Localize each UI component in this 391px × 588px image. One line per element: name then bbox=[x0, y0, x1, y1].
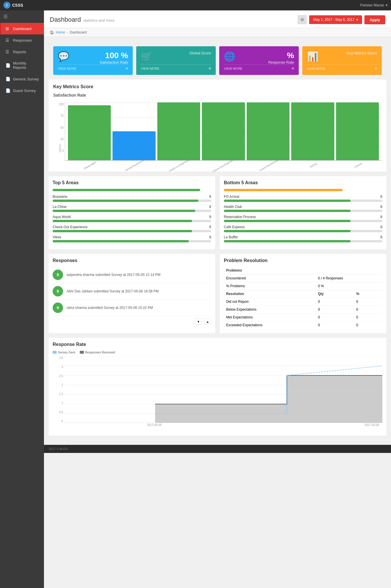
top5-bar-4 bbox=[53, 240, 189, 242]
bar-checkin bbox=[157, 102, 200, 160]
bottom5-bar-3 bbox=[224, 230, 351, 232]
key-metrics-footer-icon: ⊕ bbox=[375, 67, 377, 70]
global-label: Global Score bbox=[189, 51, 211, 55]
stat-card-response-rate: 🌐 % Response Rate VIEW MORE ⊕ bbox=[219, 46, 299, 75]
content-body: 💬 100 % Satisfaction Rate VIEW MORE ⊕ 🛒 bbox=[44, 37, 391, 445]
date-picker-button[interactable]: May 1, 2017 - May 6, 2017 ▾ bbox=[309, 15, 362, 24]
top5-section: Top 5 Areas Brasserie 9 La Chine 9 bbox=[49, 176, 215, 249]
key-metrics-label: Key Metrics Score bbox=[347, 51, 377, 55]
top5-label-3: Check-Out Experience bbox=[53, 225, 88, 229]
gear-button[interactable]: ⚙ bbox=[298, 15, 307, 24]
legend-responses-received: Responses Received bbox=[80, 351, 115, 354]
rr-x-label-1: 2017-05-06 bbox=[364, 423, 379, 427]
top5-item-2: Aqua World 9 bbox=[53, 215, 211, 222]
header-top: Dashboard statistics and more ⚙ May 1, 2… bbox=[50, 15, 385, 28]
response-avatar-0: 9 bbox=[53, 270, 63, 280]
problem-row-0-label: Did not Report bbox=[224, 298, 316, 306]
y-axis-label: Values bbox=[58, 103, 62, 152]
sidebar-item-reports[interactable]: ☰ Reports bbox=[0, 46, 44, 58]
problem-row-0: Did not Report 0 0 bbox=[224, 298, 382, 306]
bottom5-title: Bottom 5 Areas bbox=[224, 180, 382, 185]
legend-survey-sent-label: Survey Sent bbox=[58, 351, 75, 354]
response-text-2: rahul sharma submitted Survey at 2017-05… bbox=[67, 306, 153, 310]
response-avatar-1: 9 bbox=[53, 286, 63, 296]
sidebar-item-responses[interactable]: ☰ Responses bbox=[0, 34, 44, 46]
bottom5-section: Bottom 5 Areas FO Arrival 8 Health Club … bbox=[220, 176, 386, 249]
bottom5-score-1: 8 bbox=[380, 205, 382, 209]
satisfaction-chart-section: Key Metrics Score Satisfaction Rate 1007… bbox=[49, 80, 386, 172]
rr-y-labels: 3.532.521.510.50 bbox=[53, 356, 63, 423]
top5-score-1: 9 bbox=[209, 205, 211, 209]
problem-table-header-row: Problems bbox=[224, 267, 382, 274]
responses-down-button[interactable]: ▾ bbox=[195, 318, 202, 325]
svg-marker-8 bbox=[155, 375, 382, 423]
problem-row-3-qty: 0 bbox=[316, 321, 354, 329]
apply-button[interactable]: Apply bbox=[364, 15, 385, 24]
problem-resolution-title: Problem Resolution bbox=[224, 258, 382, 263]
bottom5-item-2: Reservation Process 8 bbox=[224, 215, 382, 222]
top5-label-4: Vibes bbox=[53, 235, 61, 239]
response-text-0: satyendra sharma submitted Survey at 201… bbox=[67, 273, 161, 277]
top5-bar-2 bbox=[53, 220, 192, 222]
bottom5-label-1: Health Club bbox=[224, 205, 242, 209]
responses-up-button[interactable]: ▴ bbox=[204, 318, 211, 325]
bar-leisure bbox=[336, 102, 379, 160]
bottom5-label-0: FO Arrival bbox=[224, 195, 239, 199]
legend-responses-received-color bbox=[80, 351, 84, 354]
qty-label: Qty bbox=[316, 290, 354, 298]
response-rate-legend: Survey Sent Responses Received bbox=[53, 351, 382, 354]
resolution-header-row: Resolution Qty % bbox=[224, 290, 382, 298]
legend-responses-received-label: Responses Received bbox=[85, 351, 115, 354]
satisfaction-footer: VIEW MORE bbox=[58, 67, 76, 70]
satisfaction-footer-icon: ⊕ bbox=[126, 67, 128, 70]
rr-x-labels: 2017-05-05 2017-05-06 bbox=[64, 423, 382, 427]
logo-text: CSSS bbox=[12, 3, 23, 8]
bottom5-highlight-bar bbox=[224, 189, 343, 191]
app-footer: 2017 © ALEA bbox=[44, 445, 391, 453]
response-rate-title: Response Rate bbox=[53, 342, 382, 347]
bottom5-label-2: Reservation Process bbox=[224, 215, 256, 219]
response-item-2: 9 rahul sharma submitted Survey at 2017-… bbox=[53, 300, 211, 316]
top5-score-2: 9 bbox=[209, 215, 211, 219]
response-rate-section: Response Rate Survey Sent Responses Rece… bbox=[49, 338, 386, 436]
reports-icon: ☰ bbox=[5, 49, 10, 54]
problem-row-1-pct: 0 bbox=[354, 306, 382, 314]
page-subtitle: statistics and more bbox=[83, 18, 115, 23]
response-text-1: Abhi Das Jahlani submitted Survey at 201… bbox=[67, 289, 159, 293]
global-icon: 🛒 bbox=[141, 51, 152, 62]
sidebar-item-guest-survey[interactable]: 📄 Guest Survey bbox=[0, 85, 44, 96]
bar-dining bbox=[291, 102, 334, 160]
bottom5-score-2: 8 bbox=[380, 215, 382, 219]
bottom5-bar-1 bbox=[224, 210, 351, 212]
problem-row-0-pct: 0 bbox=[354, 298, 382, 306]
sidebar-item-generic-survey[interactable]: 📄 Generic Survey bbox=[0, 73, 44, 85]
problem-row-3-label: Exceeded Expectations bbox=[224, 321, 316, 329]
satisfaction-value: 100 % bbox=[100, 51, 128, 60]
problem-encountered-row: Encountered 0 / 4 Responses bbox=[224, 274, 382, 282]
page-title-area: Dashboard statistics and more bbox=[50, 16, 115, 23]
logo: C CSSS bbox=[3, 2, 23, 9]
breadcrumb-home[interactable]: Home bbox=[56, 30, 65, 34]
top5-score-3: 9 bbox=[209, 225, 211, 229]
chart-wrapper: 1007550250 Values bbox=[53, 100, 382, 167]
stat-card-global: 🛒 Global Score VIEW MORE ⊕ bbox=[136, 46, 216, 75]
topbar: C CSSS Parisian Macao ▾ bbox=[0, 0, 391, 10]
bars-container bbox=[65, 103, 382, 161]
generic-survey-icon: 📄 bbox=[5, 77, 10, 81]
bottom5-score-4: 8 bbox=[380, 235, 382, 239]
rr-svg-chart bbox=[64, 356, 382, 423]
sidebar-item-monthly-reports[interactable]: 📄 Monthly Reports bbox=[0, 58, 44, 73]
topbar-user: Parisian Macao ▾ bbox=[360, 3, 388, 7]
rr-chart-container: 3.532.521.510.50 bbox=[64, 356, 382, 432]
bottom5-bar-4 bbox=[224, 240, 351, 242]
hamburger-button[interactable]: ☰ bbox=[0, 10, 44, 23]
responses-footer: ▾ ▴ bbox=[53, 316, 211, 325]
sidebar-item-dashboard[interactable]: ⊞ Dashboard bbox=[0, 23, 44, 34]
bottom5-label-3: Café Express bbox=[224, 225, 245, 229]
problem-row-1: Below Expectations 0 0 bbox=[224, 306, 382, 314]
bottom5-label-4: Le Buffet bbox=[224, 235, 238, 239]
problem-resolution-table: Problems Encountered 0 / 4 Responses % P… bbox=[224, 267, 382, 329]
top5-bar-3 bbox=[53, 230, 192, 232]
legend-survey-sent-color bbox=[53, 351, 57, 354]
top5-label-2: Aqua World bbox=[53, 215, 71, 219]
